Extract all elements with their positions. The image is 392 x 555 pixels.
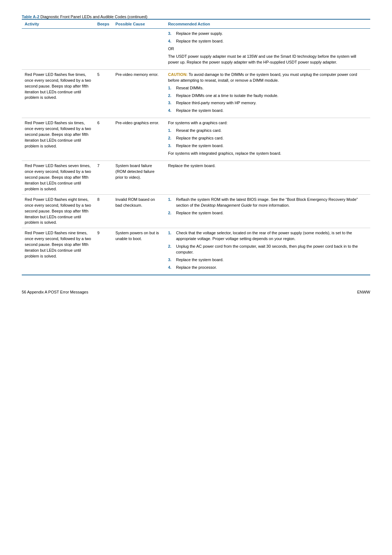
list-item: 1.Reseat DIMMs. [168,85,367,91]
footer-right: ENWW [357,290,370,294]
list-item: 3.Replace the power supply. [168,31,367,37]
list-item: 2.Replace the system board. [168,210,367,216]
cell-activity: Red Power LED flashes eight times, once … [22,194,94,228]
intro-text: For systems with a graphics card: [168,120,367,126]
integrated-graphics-text: For systems with integrated graphics, re… [168,151,367,157]
table-row: Red Power LED flashes nine times, once e… [22,228,370,275]
or-label: OR [168,46,367,52]
header-activity: Activity [22,19,94,29]
list-item: 4.Replace the processor. [168,265,367,271]
table-row: 3.Replace the power supply.4.Replace the… [22,29,370,70]
list-item: 4.Replace the system board. [168,39,367,44]
list-item: 3.Replace the system board. [168,257,367,263]
or-paragraph: The USDT power supply adapter must be at… [168,54,367,65]
list-item: 1.Reseat the graphics card. [168,128,367,134]
table-title-text: Diagnostic Front Panel LEDs and Audible … [40,15,147,19]
list-item: 4.Replace the system board. [168,108,367,114]
footer-left: 56 Appendix A POST Error Messages [22,290,88,294]
cell-cause: Pre-video graphics error. [113,118,165,161]
table-row: Red Power LED flashes seven times, once … [22,161,370,195]
table-row: Red Power LED flashes six times, once ev… [22,118,370,161]
cell-beeps [94,29,113,70]
list-item: 1.Reflash the system ROM with the latest… [168,197,367,208]
cell-action: CAUTION: To avoid damage to the DIMMs or… [165,69,370,118]
cell-activity: Red Power LED flashes five times, once e… [22,69,94,118]
cell-cause: System powers on but is unable to boot. [113,228,165,275]
table-label: Table A-2 [22,15,39,19]
caution-paragraph: CAUTION: To avoid damage to the DIMMs or… [168,72,367,84]
footer: 56 Appendix A POST Error Messages ENWW [22,290,370,294]
list-item: 2.Replace DIMMs one at a time to isolate… [168,93,367,99]
list-item: 2.Unplug the AC power cord from the comp… [168,244,367,255]
header-cause: Possible Cause [113,19,165,29]
list-item: 2.Replace the graphics card. [168,135,367,141]
table-row: Red Power LED flashes eight times, once … [22,194,370,228]
header-beeps: Beeps [94,19,113,29]
cell-cause [113,29,165,70]
list-item: 3.Replace third-party memory with HP mem… [168,100,367,106]
header-action: Recommended Action [165,19,370,29]
cell-action: 3.Replace the power supply.4.Replace the… [165,29,370,70]
cell-beeps: 6 [94,118,113,161]
cell-action: For systems with a graphics card:1.Resea… [165,118,370,161]
table-header-row: Activity Beeps Possible Cause Recommende… [22,19,370,29]
table-row: Red Power LED flashes five times, once e… [22,69,370,118]
cell-activity: Red Power LED flashes six times, once ev… [22,118,94,161]
cell-activity [22,29,94,70]
cell-beeps: 5 [94,69,113,118]
list-item: 3.Replace the system board. [168,143,367,149]
cell-cause: Pre-video memory error. [113,69,165,118]
list-item: 1.Check that the voltage selector, locat… [168,230,367,242]
cell-action: Replace the system board. [165,161,370,195]
cell-beeps: 8 [94,194,113,228]
cell-cause: System board failure (ROM detected failu… [113,161,165,195]
cell-action: 1.Check that the voltage selector, locat… [165,228,370,275]
cell-cause: Invalid ROM based on bad checksum. [113,194,165,228]
table-title: Table A-2 Diagnostic Front Panel LEDs an… [22,15,370,19]
cell-beeps: 9 [94,228,113,275]
action-text: Replace the system board. [168,163,367,169]
diagnostic-table: Activity Beeps Possible Cause Recommende… [22,19,370,275]
cell-action: 1.Reflash the system ROM with the latest… [165,194,370,228]
cell-activity: Red Power LED flashes seven times, once … [22,161,94,195]
cell-activity: Red Power LED flashes nine times, once e… [22,228,94,275]
caution-label: CAUTION: [168,72,189,77]
cell-beeps: 7 [94,161,113,195]
